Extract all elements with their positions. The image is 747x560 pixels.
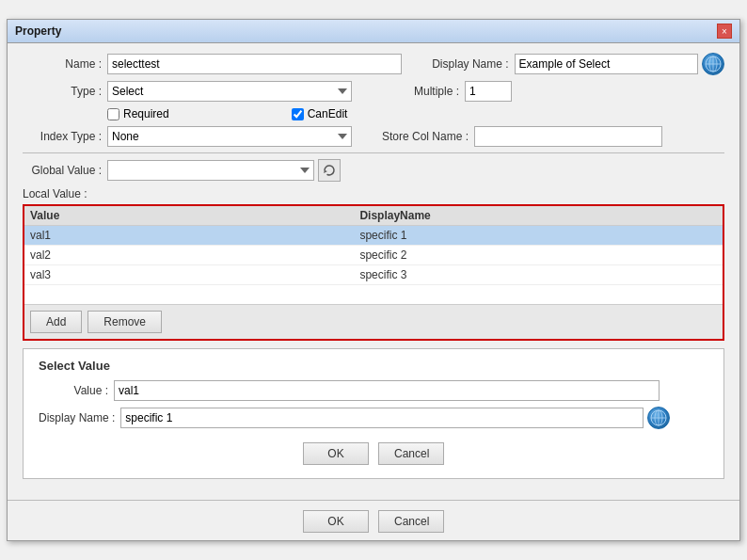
select-value-section: Select Value Value : Display Name : (23, 348, 724, 479)
name-label: Name : (23, 57, 107, 71)
add-button[interactable]: Add (30, 311, 82, 333)
table-empty-area (24, 285, 723, 304)
required-checkbox-row: Required (107, 107, 169, 120)
store-col-name-label: Store Col Name : (371, 130, 474, 143)
select-value-row: Value : (39, 380, 708, 401)
globe-icon (705, 56, 722, 72)
refresh-icon (323, 164, 336, 177)
dialog-body: Name : Display Name : Type : S (8, 43, 739, 496)
col-display-header: DisplayName (359, 209, 717, 222)
type-row: Type : Select Text Number Date Multiple … (23, 81, 724, 102)
title-bar: Property × (8, 20, 739, 43)
index-type-label: Index Type : (23, 130, 107, 143)
sv-value-label: Value : (39, 384, 114, 397)
index-type-row: Index Type : None Index Unique Store Col… (23, 126, 724, 147)
divider-1 (23, 152, 724, 153)
table-cell-value: val1 (30, 229, 359, 242)
type-dropdown[interactable]: Select Text Number Date (107, 81, 352, 102)
table-row[interactable]: val1 specific 1 (24, 226, 723, 246)
global-value-label: Global Value : (23, 164, 107, 177)
display-name-input[interactable] (515, 54, 698, 74)
type-label: Type : (23, 85, 107, 98)
sv-display-name-label: Display Name : (39, 411, 120, 424)
inner-footer: OK Cancel (39, 435, 708, 469)
global-value-dropdown[interactable] (107, 160, 314, 181)
canedit-checkbox[interactable] (292, 108, 304, 120)
required-row: Required CanEdit (23, 107, 724, 120)
store-col-name-input[interactable] (474, 126, 662, 147)
required-label: Required (123, 107, 169, 120)
multiple-input[interactable] (465, 81, 512, 102)
dialog-footer: OK Cancel (8, 500, 739, 540)
sv-globe-icon (650, 409, 667, 426)
display-name-globe-button[interactable] (702, 53, 724, 75)
table-cell-display: specific 1 (359, 229, 717, 242)
name-input[interactable] (107, 54, 402, 74)
remove-button[interactable]: Remove (87, 311, 162, 333)
display-name-label: Display Name : (421, 57, 515, 71)
table-row[interactable]: val2 specific 2 (24, 246, 723, 265)
sv-value-input[interactable] (114, 380, 660, 401)
table-cell-display: specific 3 (359, 268, 717, 281)
table-row[interactable]: val3 specific 3 (24, 265, 723, 285)
close-button[interactable]: × (717, 24, 732, 39)
global-value-row: Global Value : (23, 159, 724, 182)
canedit-label: CanEdit (308, 107, 348, 120)
dialog-title: Property (15, 24, 61, 38)
ok-button[interactable]: OK (303, 510, 369, 533)
sv-display-name-input[interactable] (120, 408, 644, 428)
inner-ok-button[interactable]: OK (303, 442, 369, 465)
inner-cancel-button[interactable]: Cancel (378, 442, 444, 465)
sv-globe-button[interactable] (647, 407, 670, 429)
cancel-button[interactable]: Cancel (378, 510, 444, 533)
col-value-header: Value (30, 209, 359, 222)
table-cell-value: val3 (30, 268, 359, 281)
local-value-label: Local Value : (23, 187, 724, 200)
select-value-title: Select Value (39, 359, 708, 373)
table-cell-display: specific 2 (359, 248, 717, 262)
index-type-dropdown[interactable]: None Index Unique (107, 126, 352, 147)
property-dialog: Property × Name : Display Name : (7, 19, 740, 541)
refresh-button[interactable] (318, 159, 341, 182)
select-display-name-row: Display Name : (39, 407, 708, 429)
multiple-label: Multiple : (371, 85, 465, 98)
table-cell-value: val2 (30, 248, 359, 262)
table-buttons: Add Remove (24, 304, 723, 339)
required-checkbox[interactable] (107, 108, 119, 120)
canedit-checkbox-row: CanEdit (292, 107, 348, 120)
name-row: Name : Display Name : (23, 53, 724, 75)
table-header: Value DisplayName (24, 206, 723, 226)
local-value-table: Value DisplayName val1 specific 1 val2 s… (23, 204, 724, 341)
